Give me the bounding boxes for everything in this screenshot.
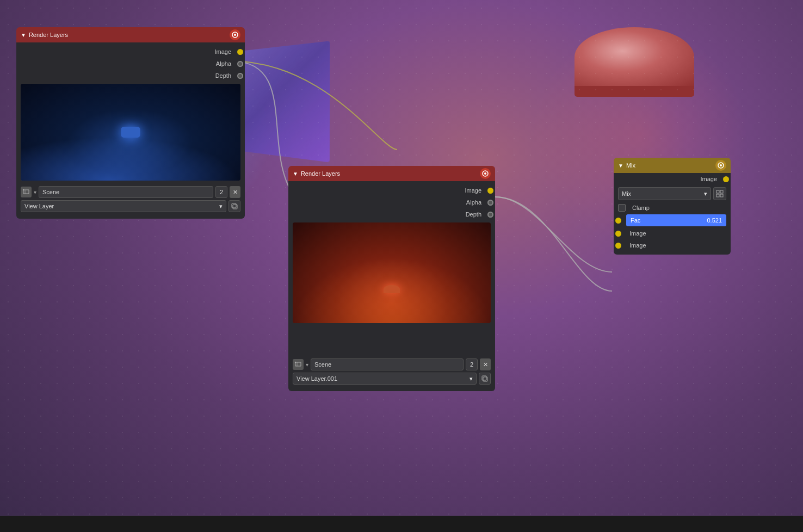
bottom-bar: [0, 516, 803, 532]
svg-point-11: [720, 164, 722, 166]
svg-rect-9: [482, 376, 486, 380]
mix-image2-row: Image: [614, 239, 731, 251]
node1-preview: [21, 84, 240, 181]
node1-scene-row: ▾ Scene 2 ✕: [21, 186, 240, 198]
mix-image1-label: Image: [629, 230, 646, 237]
svg-point-7: [295, 362, 296, 363]
svg-rect-14: [716, 194, 719, 197]
node1-scene-dropdown-arrow[interactable]: ▾: [34, 189, 36, 195]
mix-fac-label: Fac: [631, 217, 640, 224]
node1-header[interactable]: ▼ Render Layers: [16, 27, 245, 42]
mix-clamp-row: Clamp: [614, 202, 731, 213]
node1-socket-depth: Depth: [16, 70, 245, 82]
node1-depth-label: Depth: [215, 72, 231, 79]
node2-alpha-label: Alpha: [466, 199, 481, 206]
mix-title: Mix: [626, 162, 715, 169]
node2-viewlayer-select[interactable]: View Layer.001 ▾: [293, 373, 477, 385]
node2-copy-button[interactable]: [479, 373, 491, 385]
svg-point-6: [484, 172, 486, 175]
mix-fac-field[interactable]: Fac 0.521: [626, 214, 726, 226]
node2-scene-icon[interactable]: [293, 359, 304, 370]
node2-scene-arrow[interactable]: ▾: [306, 362, 308, 368]
node2-footer: ▾ Scene 2 ✕ View Layer.001 ▾: [288, 355, 495, 388]
mix-fac-row: Fac 0.521: [614, 213, 731, 227]
mix-image1-socket[interactable]: [615, 231, 621, 237]
svg-point-1: [234, 34, 236, 36]
node1-collapse-icon[interactable]: ▼: [21, 32, 26, 38]
node2-socket-image-row: Image: [288, 184, 495, 196]
mix-fac-socket[interactable]: [615, 218, 621, 224]
mix-image-out-socket[interactable]: [723, 176, 729, 182]
node1-viewlayer-label: View Layer: [24, 203, 54, 209]
node1-blue-object: [121, 127, 140, 138]
node1-depth-socket[interactable]: [237, 73, 243, 79]
svg-rect-3: [233, 205, 237, 209]
mix-clamp-checkbox[interactable]: [618, 204, 626, 212]
node2-depth-label: Depth: [466, 211, 481, 218]
mix-type-arrow: ▾: [704, 190, 707, 197]
svg-rect-15: [720, 194, 723, 197]
node1-viewlayer-arrow: ▾: [219, 203, 223, 210]
render-layers-node-2: ▼ Render Layers Image Alpha Depth: [288, 166, 495, 391]
mix-collapse-icon[interactable]: ▼: [618, 163, 623, 169]
mix-type-label: Mix: [622, 190, 631, 197]
node2-viewlayer-arrow: ▾: [470, 375, 473, 382]
node2-close-button[interactable]: ✕: [480, 358, 491, 370]
node1-preview-image: [21, 84, 240, 181]
node2-preview-image: [293, 222, 491, 323]
bg-dome-shape: [575, 27, 694, 87]
node2-scene-row: ▾ Scene 2 ✕: [293, 358, 491, 370]
node1-body: Image Alpha Depth: [16, 42, 245, 219]
mix-header[interactable]: ▼ Mix: [614, 158, 731, 173]
node2-alpha-socket[interactable]: [487, 200, 493, 206]
mix-vector-button[interactable]: [713, 187, 726, 200]
node1-image-label: Image: [214, 48, 231, 55]
svg-rect-8: [483, 377, 487, 381]
node1-alpha-socket[interactable]: [237, 61, 243, 67]
node2-body: Image Alpha Depth: [288, 181, 495, 391]
mix-image1-row: Image: [614, 227, 731, 239]
node1-render-icon: [230, 29, 240, 40]
svg-point-2: [23, 189, 24, 190]
svg-rect-12: [716, 190, 719, 193]
bg-dome-base: [575, 86, 694, 97]
mix-image-out-label: Image: [700, 176, 717, 182]
mix-fac-value: 0.521: [707, 217, 722, 224]
node1-scene-field[interactable]: Scene: [39, 186, 213, 198]
node2-empty-area: [288, 325, 495, 355]
node1-alpha-label: Alpha: [216, 60, 231, 67]
node2-viewlayer-label: View Layer.001: [297, 375, 337, 382]
node1-scene-icon[interactable]: [21, 187, 32, 197]
node2-scene-field[interactable]: Scene: [311, 358, 464, 370]
node1-close-button[interactable]: ✕: [230, 186, 240, 198]
node1-image-socket[interactable]: [237, 49, 243, 55]
svg-rect-4: [232, 203, 236, 208]
node2-collapse-icon[interactable]: ▼: [293, 171, 298, 177]
node1-socket-alpha: Alpha: [16, 58, 245, 70]
node2-render-icon: [480, 168, 491, 179]
render-layers-node-1: ▼ Render Layers Image Alpha Depth: [16, 27, 245, 219]
mix-bottom-padding: [614, 251, 731, 255]
node1-copy-button[interactable]: [228, 200, 240, 212]
node1-viewlayer-row: View Layer ▾: [21, 200, 240, 212]
node2-scene-num: 2: [466, 358, 478, 370]
mix-image-out-row: Image: [614, 173, 731, 185]
mix-image2-label: Image: [629, 242, 646, 249]
node2-preview: [293, 222, 491, 323]
node2-viewlayer-row: View Layer.001 ▾: [293, 373, 491, 385]
node2-header[interactable]: ▼ Render Layers: [288, 166, 495, 181]
node2-image-socket[interactable]: [487, 188, 493, 194]
mix-render-icon: [715, 160, 726, 171]
node2-socket-alpha-row: Alpha: [288, 196, 495, 208]
node1-scene-num: 2: [215, 186, 227, 198]
node2-title: Render Layers: [301, 170, 480, 177]
node2-image-label: Image: [465, 187, 481, 194]
node1-socket-image: Image: [16, 46, 245, 58]
node1-title: Render Layers: [29, 32, 230, 38]
mix-clamp-label: Clamp: [632, 205, 650, 211]
node1-viewlayer-select[interactable]: View Layer ▾: [21, 200, 226, 212]
node2-depth-socket[interactable]: [487, 212, 493, 218]
mix-image2-socket[interactable]: [615, 243, 621, 249]
mix-type-dropdown[interactable]: Mix ▾: [618, 187, 711, 200]
mix-body: Image Mix ▾ Clamp: [614, 173, 731, 255]
